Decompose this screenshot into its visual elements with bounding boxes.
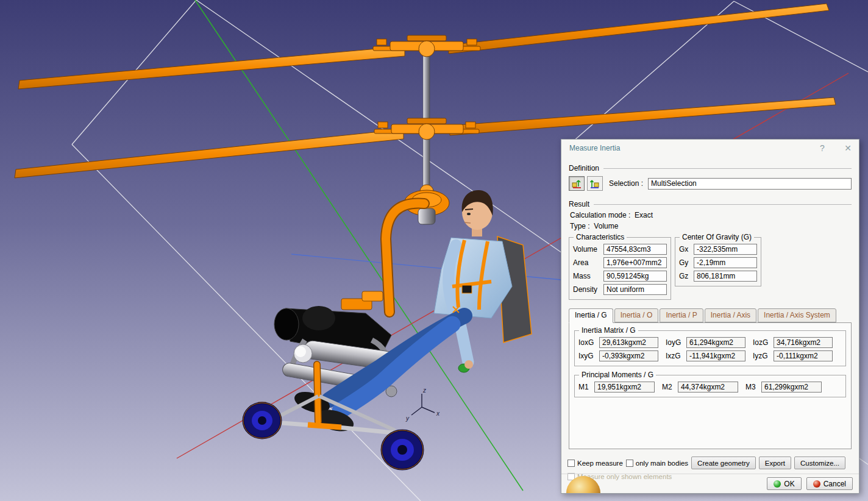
- characteristics-title: Characteristics: [574, 233, 627, 241]
- center-of-gravity-group: Center Of Gravity (G) Gx -322,535mm Gy -…: [675, 237, 761, 286]
- ixyg-field[interactable]: -0,393kgxm2: [599, 350, 658, 361]
- only-main-bodies-label: only main bodies: [636, 460, 688, 467]
- type-value: Volume: [594, 222, 618, 230]
- inertia-axes-icon: [571, 178, 582, 189]
- svg-text:z: z: [422, 387, 426, 394]
- close-icon[interactable]: ✕: [842, 142, 854, 154]
- ioyg-label: IoyG: [666, 338, 684, 347]
- iozg-label: IozG: [753, 338, 771, 347]
- density-label: Density: [573, 285, 603, 294]
- svg-text:x: x: [436, 410, 440, 417]
- gz-label: Gz: [679, 272, 694, 280]
- gy-field[interactable]: -2,19mm: [694, 257, 757, 268]
- definition-section-header: Definition: [569, 164, 852, 172]
- mass-label: Mass: [573, 272, 603, 280]
- tab-inertia-g[interactable]: Inertia / G: [569, 308, 613, 323]
- m3-field[interactable]: 61,299kgxm2: [761, 382, 822, 393]
- ok-button[interactable]: OK: [767, 477, 801, 490]
- calculation-mode-value: Exact: [635, 211, 653, 219]
- ok-label: OK: [784, 480, 794, 488]
- inertia-mode-button-2[interactable]: [587, 176, 603, 191]
- type-line: Type : Volume: [570, 222, 850, 230]
- calculation-mode-line: Calculation mode : Exact: [570, 211, 850, 219]
- cancel-label: Cancel: [824, 480, 846, 488]
- dialog-titlebar[interactable]: Measure Inertia ? ✕: [561, 140, 859, 156]
- ixzg-field[interactable]: -11,941kgxm2: [686, 350, 745, 361]
- help-icon[interactable]: ?: [816, 142, 828, 154]
- measure-inertia-dialog: Measure Inertia ? ✕ Definition Selection…: [561, 139, 859, 494]
- ioxg-label: IoxG: [578, 338, 597, 347]
- only-main-bodies-checkbox[interactable]: only main bodies: [626, 460, 688, 467]
- keep-measure-checkbox[interactable]: Keep measure: [567, 460, 623, 467]
- export-button[interactable]: Export: [759, 457, 791, 469]
- inertia-tab-panel: Inertia Matrix / G IoxG 29,613kgxm2 IoyG…: [569, 322, 852, 449]
- cancel-button[interactable]: Cancel: [806, 477, 853, 490]
- inertia-axis-system-icon: [589, 178, 600, 189]
- volume-label: Volume: [573, 245, 603, 254]
- m1-label: M1: [578, 383, 592, 391]
- inertia-tab-strip: Inertia / G Inertia / O Inertia / P Iner…: [569, 308, 852, 322]
- center-of-gravity-title: Center Of Gravity (G): [680, 233, 754, 241]
- dialog-bottom-bar: OK Cancel: [561, 474, 859, 493]
- cancel-icon: [813, 480, 820, 488]
- wheel-left[interactable]: [243, 403, 281, 438]
- ioyg-field[interactable]: 61,294kgxm2: [686, 337, 745, 348]
- definition-section-label: Definition: [569, 164, 599, 172]
- inertia-matrix-group: Inertia Matrix / G IoxG 29,613kgxm2 IoyG…: [574, 330, 846, 366]
- volume-field[interactable]: 47554,83cm3: [603, 244, 667, 255]
- pilot-hand[interactable]: [464, 360, 473, 369]
- area-label: Area: [573, 258, 603, 267]
- ioxg-field[interactable]: 29,613kgxm2: [599, 337, 658, 348]
- density-field[interactable]: Not uniform: [603, 284, 667, 295]
- only-main-bodies-checkbox-box[interactable]: [626, 460, 633, 467]
- result-section-label: Result: [569, 200, 589, 208]
- inertia-mode-button-1[interactable]: [569, 176, 585, 191]
- decoration-sphere: [566, 476, 600, 493]
- gz-field[interactable]: 806,181mm: [694, 271, 757, 282]
- ok-icon: [774, 480, 781, 488]
- gy-label: Gy: [679, 258, 694, 267]
- principal-moments-group: Principal Moments / G M1 19,951kgxm2 M2 …: [574, 375, 846, 397]
- gx-label: Gx: [679, 245, 694, 254]
- area-field[interactable]: 1,976e+007mm2: [603, 257, 667, 268]
- m2-label: M2: [662, 383, 675, 391]
- svg-text:y: y: [405, 415, 410, 422]
- ixyg-label: IxyG: [578, 352, 597, 360]
- inertia-matrix-title: Inertia Matrix / G: [579, 326, 638, 335]
- tab-inertia-axis-system[interactable]: Inertia / Axis System: [758, 308, 836, 322]
- iyzg-field[interactable]: -0,111kgxm2: [774, 350, 833, 361]
- selection-input[interactable]: [648, 178, 852, 190]
- harness-buckle[interactable]: [462, 285, 472, 293]
- m2-field[interactable]: 44,374kgxm2: [678, 382, 738, 393]
- customize-button[interactable]: Customize...: [794, 457, 845, 469]
- tab-inertia-axis[interactable]: Inertia / Axis: [705, 308, 756, 322]
- dialog-title: Measure Inertia: [569, 144, 816, 152]
- wheel-right[interactable]: [382, 430, 423, 469]
- mass-field[interactable]: 90,591245kg: [603, 271, 667, 282]
- type-label: Type :: [570, 222, 590, 230]
- principal-moments-title: Principal Moments / G: [579, 371, 656, 379]
- m3-label: M3: [745, 383, 759, 391]
- keep-measure-label: Keep measure: [577, 460, 623, 467]
- calculation-mode-label: Calculation mode :: [570, 211, 630, 219]
- m1-field[interactable]: 19,951kgxm2: [594, 382, 655, 393]
- gx-field[interactable]: -322,535mm: [694, 244, 757, 255]
- tab-inertia-o[interactable]: Inertia / O: [614, 308, 659, 322]
- tab-inertia-p[interactable]: Inertia / P: [660, 308, 703, 322]
- result-section-header: Result: [569, 200, 852, 208]
- ixzg-label: IxzG: [666, 352, 684, 360]
- selection-label: Selection :: [609, 179, 643, 188]
- characteristics-group: Characteristics Volume 47554,83cm3 Area …: [569, 237, 671, 300]
- iozg-field[interactable]: 34,716kgxm2: [774, 337, 833, 348]
- keep-measure-checkbox-box[interactable]: [567, 460, 575, 467]
- iyzg-label: IyzG: [753, 352, 771, 360]
- create-geometry-button[interactable]: Create geometry: [691, 457, 756, 469]
